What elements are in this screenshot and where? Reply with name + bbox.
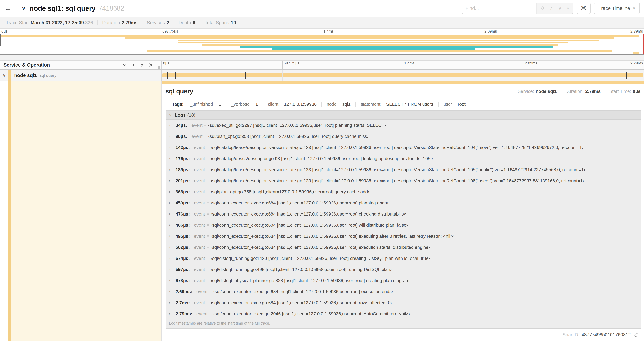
span-row-name-column[interactable]: ∨ node sql1 sql query bbox=[0, 70, 162, 81]
log-entry-row[interactable]: ›2.7ms:event=‹sql/conn_executor_exec.go:… bbox=[166, 297, 641, 308]
find-clear-icon[interactable]: × bbox=[567, 6, 570, 11]
minimap-right-scrubber[interactable] bbox=[643, 34, 644, 54]
log-entry-row[interactable]: ›2.79ms:event=‹sql/conn_executor_exec.go… bbox=[166, 308, 641, 319]
trace-summary-item: Total Spans10 bbox=[200, 20, 240, 26]
logs-accordion: ∨ Logs (18) ›34μs:event=‹sql/exec_util.g… bbox=[166, 110, 641, 329]
minimap-left-scrubber[interactable] bbox=[0, 34, 2, 46]
trace-title-group[interactable]: ∨ node sql1: sql query 7418682 bbox=[22, 5, 124, 12]
log-entry-row[interactable]: ›366μs:event=‹sql/plan_opt.go:358 [nsql1… bbox=[166, 186, 641, 197]
chevron-right-icon: › bbox=[169, 156, 174, 161]
tag-item: client=127.0.0.1:59936 bbox=[263, 102, 322, 107]
logs-header[interactable]: ∨ Logs (18) bbox=[166, 111, 641, 120]
trace-summary-item: Duration2.79ms bbox=[98, 20, 142, 26]
log-entry-row[interactable]: ›176μs:event=‹sql/catalog/descs/descript… bbox=[166, 153, 641, 164]
log-entry-row[interactable]: ›34μs:event=‹sql/exec_util.go:2297 [nsql… bbox=[166, 120, 641, 131]
column-resizer-grip[interactable] bbox=[158, 66, 160, 69]
duration-value: 2.79ms bbox=[585, 89, 600, 94]
span-row[interactable]: ∨ node sql1 sql query bbox=[0, 70, 644, 81]
back-arrow-icon: ← bbox=[4, 5, 11, 12]
span-row-timeline[interactable] bbox=[162, 70, 644, 81]
log-event-tick bbox=[224, 72, 225, 79]
log-event-tick bbox=[175, 72, 176, 79]
keyboard-shortcuts-button[interactable]: ⌘ bbox=[577, 3, 590, 14]
chevron-right-icon: › bbox=[169, 278, 174, 283]
service-label: Service: bbox=[518, 89, 534, 94]
timeline-gridline bbox=[282, 70, 283, 81]
log-entry-row[interactable]: ›486μs:event=‹sql/conn_executor_exec.go:… bbox=[166, 220, 641, 231]
log-event-tick bbox=[196, 72, 196, 79]
logs-list: ›34μs:event=‹sql/exec_util.go:2297 [nsql… bbox=[166, 120, 641, 319]
collapse-one-icon[interactable] bbox=[122, 63, 127, 67]
log-entry-row[interactable]: ›574μs:event=‹sql/distsql_running.go:142… bbox=[166, 253, 641, 264]
log-entry-row[interactable]: ›678μs:event=‹sql/distsql_physical_plann… bbox=[166, 275, 641, 286]
minimap-span-bar bbox=[125, 37, 614, 39]
title-chevron-down-icon[interactable]: ∨ bbox=[22, 5, 26, 12]
command-icon: ⌘ bbox=[581, 5, 586, 12]
ruler-tick-label: 2.09ms bbox=[524, 61, 537, 66]
log-entry-row[interactable]: ›459μs:event=‹sql/conn_executor_exec.go:… bbox=[166, 197, 641, 208]
log-entry-row[interactable]: ›476μs:event=‹sql/conn_executor_exec.go:… bbox=[166, 208, 641, 220]
minimap-span-bar bbox=[178, 40, 599, 42]
log-entry-row[interactable]: ›201μs:event=‹sql/catalog/lease/descript… bbox=[166, 175, 641, 186]
chevron-right-icon: › bbox=[169, 167, 174, 172]
detail-row-highlight bbox=[11, 81, 161, 341]
collapse-all-icon[interactable] bbox=[140, 63, 144, 67]
chevron-right-icon: › bbox=[169, 201, 174, 205]
span-collapse-chevron-icon[interactable]: ∨ bbox=[0, 73, 8, 78]
span-id-row: SpanID: 4877749850101760812 bbox=[166, 329, 641, 341]
back-button[interactable]: ← bbox=[0, 0, 16, 17]
chevron-right-icon: › bbox=[169, 212, 174, 216]
log-event-tick bbox=[626, 72, 627, 79]
top-bar-actions: ∧ ∨ × ⌘ Trace Timeline ∨ bbox=[462, 3, 644, 14]
chevron-right-icon: › bbox=[169, 300, 174, 305]
log-entry-row[interactable]: ›597μs:event=‹sql/distsql_running.go:498… bbox=[166, 264, 641, 275]
chevron-down-icon: ∨ bbox=[633, 6, 635, 11]
log-event-tick bbox=[241, 72, 241, 79]
deep-link-icon[interactable] bbox=[634, 332, 639, 337]
span-detail-panel: sql query Service: node sql1 Duration: 2… bbox=[162, 81, 644, 341]
chevron-right-icon: › bbox=[169, 289, 174, 294]
ruler-tick-label: 1.4ms bbox=[403, 61, 414, 66]
log-event-tick bbox=[260, 72, 261, 79]
find-nav-group: ∧ ∨ × bbox=[536, 3, 573, 14]
expand-all-icon[interactable] bbox=[148, 63, 153, 67]
ruler-tick-label: 2.09ms bbox=[483, 29, 497, 34]
minimap-gap bbox=[0, 55, 644, 61]
log-event-tick bbox=[278, 72, 279, 79]
log-entry-row[interactable]: ›2.69ms:event=‹sql/conn_executor_exec.go… bbox=[166, 286, 641, 297]
tag-item: node=sql1 bbox=[322, 102, 356, 107]
ruler-tick-label: 2.79ms bbox=[630, 61, 643, 66]
ruler-tick-label: 697.75μs bbox=[161, 29, 178, 34]
find-prev-icon[interactable]: ∧ bbox=[550, 6, 553, 11]
trace-view-selector[interactable]: Trace Timeline ∨ bbox=[594, 3, 640, 14]
expand-one-icon[interactable] bbox=[131, 63, 136, 67]
tags-label: Tags: bbox=[172, 102, 184, 107]
ruler-tick-label: 1.4ms bbox=[322, 29, 334, 34]
collapse-controls bbox=[122, 63, 153, 67]
jaeger-trace-page: ← ∨ node sql1: sql query 7418682 ∧ ∨ × ⌘ bbox=[0, 0, 644, 341]
timeline-gridline bbox=[282, 61, 283, 69]
log-entry-row[interactable]: ›142μs:event=‹sql/catalog/lease/descript… bbox=[166, 142, 641, 153]
log-entry-row[interactable]: ›189μs:event=‹sql/catalog/lease/descript… bbox=[166, 164, 641, 175]
minimap-canvas[interactable] bbox=[0, 34, 644, 55]
log-event-tick bbox=[248, 72, 248, 79]
tag-item: statement=SELECT * FROM users bbox=[356, 102, 438, 107]
log-event-tick bbox=[264, 72, 265, 79]
find-next-icon[interactable]: ∨ bbox=[558, 6, 562, 11]
top-bar: ← ∨ node sql1: sql query 7418682 ∧ ∨ × ⌘ bbox=[0, 0, 644, 17]
log-event-tick bbox=[194, 72, 194, 79]
trace-summary-item: Services2 bbox=[142, 20, 174, 26]
chevron-right-icon: › bbox=[169, 267, 174, 272]
chevron-right-icon: › bbox=[169, 178, 174, 183]
minimap-span-bar bbox=[178, 42, 568, 44]
log-entry-row[interactable]: ›80μs:event=‹sql/plan_opt.go:358 [nsql1,… bbox=[166, 131, 641, 142]
tags-accordion[interactable]: › Tags: _unfinished=1_verbose=1client=12… bbox=[166, 98, 641, 110]
chevron-right-icon: › bbox=[169, 134, 174, 139]
detail-span-bar-strip bbox=[162, 81, 644, 84]
log-entry-row[interactable]: ›495μs:event=‹sql/conn_executor_exec.go:… bbox=[166, 231, 641, 242]
find-input[interactable] bbox=[462, 3, 536, 14]
log-entry-row[interactable]: ›502μs:event=‹sql/conn_executor_exec.go:… bbox=[166, 242, 641, 253]
focus-target-icon[interactable] bbox=[540, 6, 545, 11]
trace-summary-item: Depth6 bbox=[174, 20, 200, 26]
detail-header: sql query Service: node sql1 Duration: 2… bbox=[166, 84, 641, 98]
